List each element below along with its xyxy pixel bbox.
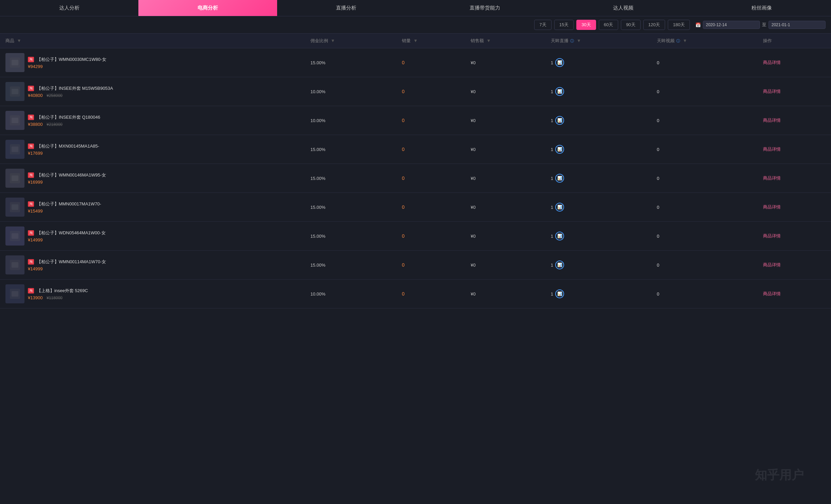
- revenue-cell-7: ¥0: [465, 222, 545, 251]
- sort-commission-icon: ▼: [331, 38, 335, 43]
- action-cell-6: 商品详情: [758, 193, 831, 222]
- col-commission[interactable]: 佣金比例 ▼: [305, 34, 396, 48]
- tianmao-live-count-8: 1: [551, 263, 553, 268]
- product-cell-2: 淘 【柏公子】INSEE外套 M15W5B9053A ¥40800 ¥25800…: [0, 77, 305, 106]
- detail-link-7[interactable]: 商品详情: [763, 233, 781, 238]
- tianmao-video-cell-4: 0: [651, 135, 758, 164]
- products-table: 商品 ▼ 佣金比例 ▼ 销量 ▼ 销售额 ▼ 天眸直播 ⓘ: [0, 34, 831, 308]
- tianmao-video-icon: ⓘ: [676, 39, 680, 43]
- table-row: 淘 【柏公子】INSEE外套 M15W5B9053A ¥40800 ¥25800…: [0, 77, 831, 106]
- product-thumbnail-9: [5, 284, 24, 303]
- chart-icon-3[interactable]: 📊: [555, 116, 564, 125]
- product-name-7: 淘 【柏公子】WDN05464MA1W00-女: [28, 230, 106, 236]
- detail-link-8[interactable]: 商品详情: [763, 262, 781, 267]
- tab-fans[interactable]: 粉丝画像: [693, 0, 831, 16]
- detail-link-1[interactable]: 商品详情: [763, 60, 781, 65]
- product-cell-4: 淘 【柏公子】MXN00145MA1A85- ¥17699: [0, 135, 305, 164]
- tab-live-goods[interactable]: 直播带货能力: [416, 0, 554, 16]
- col-tianmao-live[interactable]: 天眸直播 ⓘ ▼: [545, 34, 651, 48]
- product-title-4: 【柏公子】MXN00145MA1A85-: [37, 144, 99, 149]
- action-cell-3: 商品详情: [758, 106, 831, 135]
- chart-icon-2[interactable]: 📊: [555, 87, 564, 96]
- product-cell-6: 淘 【柏公子】MMN00017MA1W70- ¥15499: [0, 193, 305, 222]
- detail-link-2[interactable]: 商品详情: [763, 89, 781, 94]
- detail-link-3[interactable]: 商品详情: [763, 118, 781, 123]
- svg-rect-1: [12, 60, 18, 65]
- time-30d[interactable]: 30天: [576, 20, 596, 30]
- chart-icon-4[interactable]: 📊: [555, 145, 564, 154]
- price-current-2: ¥40800: [28, 93, 43, 98]
- tianmao-live-cell-7: 1 📊: [545, 222, 651, 251]
- product-name-5: 淘 【柏公子】WMN00146MA1W95-女: [28, 172, 106, 178]
- chart-icon-8[interactable]: 📊: [555, 261, 564, 269]
- col-action: 操作: [758, 34, 831, 48]
- svg-rect-11: [12, 204, 18, 210]
- tianmao-video-cell-3: 0: [651, 106, 758, 135]
- table-row: 淘 【上格】insee外套 5269C ¥13900 ¥118000 10.00…: [0, 280, 831, 308]
- product-title-8: 【柏公子】WMN00114MA1W70-女: [37, 259, 106, 264]
- chart-icon-9[interactable]: 📊: [555, 289, 564, 298]
- sales-cell-5: 0: [396, 164, 465, 193]
- date-end-input[interactable]: [768, 21, 826, 29]
- col-sales[interactable]: 销量 ▼: [396, 34, 465, 48]
- action-cell-1: 商品详情: [758, 48, 831, 77]
- table-row: 淘 【柏公子】WMN00114MA1W70-女 ¥14999 15.00% 0 …: [0, 251, 831, 280]
- product-name-4: 淘 【柏公子】MXN00145MA1A85-: [28, 143, 99, 149]
- col-product[interactable]: 商品 ▼: [0, 34, 305, 48]
- chart-icon-6[interactable]: 📊: [555, 203, 564, 212]
- chart-icon-7[interactable]: 📊: [555, 232, 564, 240]
- tianmao-video-cell-5: 0: [651, 164, 758, 193]
- detail-link-6[interactable]: 商品详情: [763, 204, 781, 209]
- action-cell-2: 商品详情: [758, 77, 831, 106]
- detail-link-9[interactable]: 商品详情: [763, 291, 781, 296]
- tianmao-live-count-2: 1: [551, 89, 553, 94]
- product-name-9: 淘 【上格】insee外套 5269C: [28, 288, 88, 294]
- product-info-6: 淘 【柏公子】MMN00017MA1W70- ¥15499: [28, 201, 101, 214]
- product-name-3: 淘 【柏公子】INSEE外套 Q180046: [28, 114, 100, 120]
- commission-cell-5: 15.00%: [305, 164, 396, 193]
- table-row: 淘 【柏公子】WMN00030MC1W80-女 ¥94299 15.00% 0 …: [0, 48, 831, 77]
- tianmao-live-cell-5: 1 📊: [545, 164, 651, 193]
- col-revenue[interactable]: 销售额 ▼: [465, 34, 545, 48]
- time-60d[interactable]: 60天: [599, 20, 618, 30]
- detail-link-5[interactable]: 商品详情: [763, 175, 781, 181]
- sort-tianmao-live-icon: ▼: [577, 38, 581, 43]
- sales-cell-8: 0: [396, 251, 465, 280]
- tianmao-video-cell-7: 0: [651, 222, 758, 251]
- product-platform-badge-7: 淘: [28, 230, 34, 236]
- detail-link-4[interactable]: 商品详情: [763, 147, 781, 152]
- table-row: 淘 【柏公子】INSEE外套 Q180046 ¥38800 ¥218000 10…: [0, 106, 831, 135]
- price-current-5: ¥16999: [28, 180, 43, 185]
- date-start-input[interactable]: [703, 21, 760, 29]
- product-title-1: 【柏公子】WMN00030MC1W80-女: [37, 57, 106, 62]
- product-price-7: ¥14999: [28, 237, 106, 242]
- product-cell-7: 淘 【柏公子】WDN05464MA1W00-女 ¥14999: [0, 222, 305, 251]
- time-7d[interactable]: 7天: [534, 20, 551, 30]
- time-120d[interactable]: 120天: [643, 20, 665, 30]
- col-tianmao-video[interactable]: 天眸视频 ⓘ ▼: [651, 34, 758, 48]
- product-platform-badge-1: 淘: [28, 57, 34, 62]
- action-cell-8: 商品详情: [758, 251, 831, 280]
- product-title-3: 【柏公子】INSEE外套 Q180046: [37, 115, 100, 120]
- time-15d[interactable]: 15天: [554, 20, 574, 30]
- tab-ecommerce[interactable]: 电商分析: [138, 0, 277, 16]
- revenue-cell-8: ¥0: [465, 251, 545, 280]
- product-thumbnail-1: [5, 53, 24, 72]
- time-90d[interactable]: 90天: [621, 20, 640, 30]
- chart-icon-1[interactable]: 📊: [555, 58, 564, 67]
- table-row: 淘 【柏公子】WDN05464MA1W00-女 ¥14999 15.00% 0 …: [0, 222, 831, 251]
- tab-live[interactable]: 直播分析: [277, 0, 416, 16]
- tab-talent-video[interactable]: 达人视频: [554, 0, 692, 16]
- chart-icon-5[interactable]: 📊: [555, 174, 564, 183]
- time-180d[interactable]: 180天: [668, 20, 690, 30]
- price-current-6: ¥15499: [28, 208, 43, 214]
- table-header-row: 商品 ▼ 佣金比例 ▼ 销量 ▼ 销售额 ▼ 天眸直播 ⓘ: [0, 34, 831, 48]
- tab-talent[interactable]: 达人分析: [0, 0, 138, 16]
- product-platform-badge-3: 淘: [28, 115, 34, 120]
- product-title-2: 【柏公子】INSEE外套 M15W5B9053A: [37, 86, 113, 91]
- sort-product-icon: ▼: [17, 38, 21, 43]
- tianmao-live-cell-6: 1 📊: [545, 193, 651, 222]
- products-table-wrapper: 商品 ▼ 佣金比例 ▼ 销量 ▼ 销售额 ▼ 天眸直播 ⓘ: [0, 34, 831, 308]
- product-cell-5: 淘 【柏公子】WMN00146MA1W95-女 ¥16999: [0, 164, 305, 193]
- product-info-9: 淘 【上格】insee外套 5269C ¥13900 ¥118000: [28, 288, 88, 300]
